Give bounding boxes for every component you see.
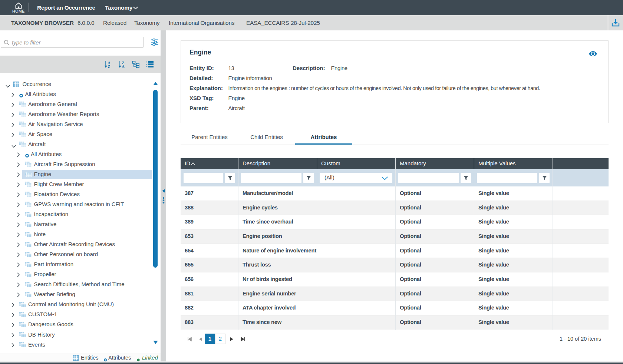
- svg-text:A: A: [122, 64, 125, 68]
- svg-text:Z: Z: [108, 64, 111, 68]
